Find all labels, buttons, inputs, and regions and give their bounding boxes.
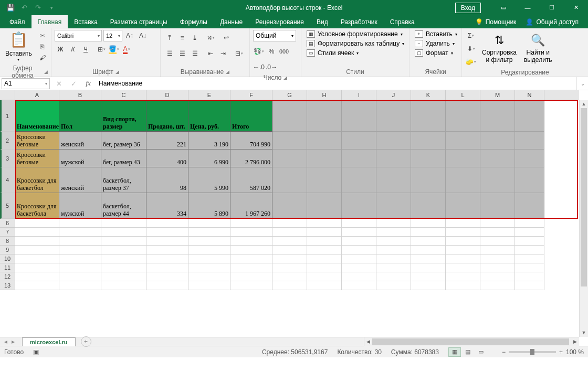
cell[interactable]	[342, 228, 376, 237]
cell[interactable]	[376, 219, 411, 228]
underline-button[interactable]: Ч	[80, 44, 91, 55]
cell[interactable]	[480, 237, 515, 246]
cell[interactable]	[342, 272, 376, 281]
scroll-right-icon[interactable]: ▶	[571, 337, 579, 346]
col-header[interactable]: I	[342, 90, 376, 100]
col-header[interactable]: M	[480, 90, 515, 100]
align-right-icon[interactable]: ☰	[189, 48, 201, 59]
align-bottom-icon[interactable]: ⤓	[189, 32, 201, 44]
redo-icon[interactable]: ↷	[32, 2, 44, 14]
cell[interactable]	[230, 281, 272, 290]
cell[interactable]: 1 967 260	[230, 193, 272, 219]
cell[interactable]	[446, 100, 480, 132]
scroll-left-icon[interactable]: ◀	[364, 337, 372, 346]
col-header[interactable]: D	[146, 90, 188, 100]
close-icon[interactable]: ✕	[564, 0, 588, 15]
autosum-icon[interactable]: Σ	[465, 30, 477, 41]
cell[interactable]	[188, 281, 230, 290]
cell[interactable]	[146, 272, 188, 281]
tab-layout[interactable]: Разметка страницы	[104, 15, 174, 28]
cell[interactable]	[146, 228, 188, 237]
italic-button[interactable]: К	[67, 44, 79, 55]
cell[interactable]	[188, 263, 230, 272]
cell[interactable]	[515, 246, 544, 254]
zoom-level[interactable]: 100 %	[566, 348, 584, 356]
orientation-icon[interactable]: ⤭	[205, 32, 216, 44]
clear-icon[interactable]: 🧽	[465, 56, 477, 68]
cell[interactable]	[146, 237, 188, 246]
cell[interactable]	[376, 228, 411, 237]
cell[interactable]	[411, 237, 446, 246]
cell[interactable]: 2 796 000	[230, 150, 272, 167]
cell[interactable]	[480, 281, 515, 290]
cell[interactable]: Вид спорта, размер	[101, 100, 146, 132]
maximize-icon[interactable]: ☐	[540, 0, 564, 15]
copy-icon[interactable]: ⎘	[37, 42, 48, 51]
cell[interactable]	[446, 132, 480, 150]
col-header[interactable]: J	[376, 90, 411, 100]
tab-home[interactable]: Главная	[32, 15, 68, 28]
cell[interactable]	[307, 132, 342, 150]
increase-decimal-icon[interactable]: ←.0	[253, 61, 265, 73]
cell[interactable]: мужской	[59, 193, 101, 219]
cell[interactable]	[188, 254, 230, 263]
cell[interactable]	[342, 193, 376, 219]
format-painter-icon[interactable]: 🖌	[37, 53, 48, 62]
cell[interactable]	[376, 246, 411, 254]
cell[interactable]: Продано, шт.	[146, 100, 188, 132]
cell[interactable]	[480, 193, 515, 219]
cell[interactable]	[272, 219, 307, 228]
cell[interactable]	[342, 100, 376, 132]
cancel-formula-icon[interactable]: ✕	[51, 80, 66, 88]
col-header[interactable]: N	[515, 90, 544, 100]
cell[interactable]	[59, 237, 101, 246]
row-header[interactable]: 5	[0, 193, 15, 219]
cell[interactable]	[446, 237, 480, 246]
tab-view[interactable]: Вид	[310, 15, 334, 28]
accept-formula-icon[interactable]: ✓	[66, 80, 81, 88]
cell[interactable]: Кроссовки беговые	[15, 150, 59, 167]
cell[interactable]: Кроссовки для баскетбол	[15, 167, 59, 193]
view-normal-icon[interactable]: ▦	[448, 347, 461, 357]
align-center-icon[interactable]: ☰	[176, 48, 188, 59]
cell[interactable]	[515, 281, 544, 290]
tab-data[interactable]: Данные	[214, 15, 249, 28]
cell[interactable]	[272, 167, 307, 193]
cell[interactable]	[342, 263, 376, 272]
cell[interactable]	[230, 272, 272, 281]
cell[interactable]: 5 990	[188, 167, 230, 193]
cell[interactable]	[188, 228, 230, 237]
cell[interactable]	[188, 237, 230, 246]
cell[interactable]	[515, 272, 544, 281]
cell[interactable]	[230, 246, 272, 254]
cell[interactable]	[480, 254, 515, 263]
cell[interactable]	[411, 228, 446, 237]
cell[interactable]	[515, 193, 544, 219]
find-select-button[interactable]: 🔍Найти и выделить	[522, 30, 554, 68]
cell[interactable]	[146, 254, 188, 263]
cell[interactable]	[272, 228, 307, 237]
cell[interactable]	[101, 228, 146, 237]
save-icon[interactable]: 💾	[4, 2, 17, 14]
font-size-select[interactable]: 12	[103, 30, 122, 41]
font-color-button[interactable]: А	[121, 44, 132, 55]
zoom-slider[interactable]	[509, 351, 556, 353]
formula-input[interactable]: Наименование	[96, 79, 576, 88]
share-button[interactable]: 👤Общий доступ	[526, 18, 579, 26]
col-header[interactable]: C	[101, 90, 146, 100]
cell[interactable]: 704 990	[230, 132, 272, 150]
cell[interactable]	[411, 246, 446, 254]
cell-styles-button[interactable]: ▭Стили ячеек▾	[304, 49, 406, 57]
cell[interactable]	[446, 167, 480, 193]
cell[interactable]	[515, 219, 544, 228]
cell[interactable]	[411, 272, 446, 281]
ribbon-options-icon[interactable]: ▭	[491, 0, 516, 15]
cell[interactable]	[376, 193, 411, 219]
cell[interactable]: 400	[146, 150, 188, 167]
cell[interactable]	[101, 246, 146, 254]
undo-icon[interactable]: ↶	[18, 2, 30, 14]
cell[interactable]	[15, 254, 59, 263]
cut-icon[interactable]: ✂	[37, 31, 48, 40]
cell[interactable]: Наименование	[15, 100, 59, 132]
col-header[interactable]: F	[230, 90, 272, 100]
